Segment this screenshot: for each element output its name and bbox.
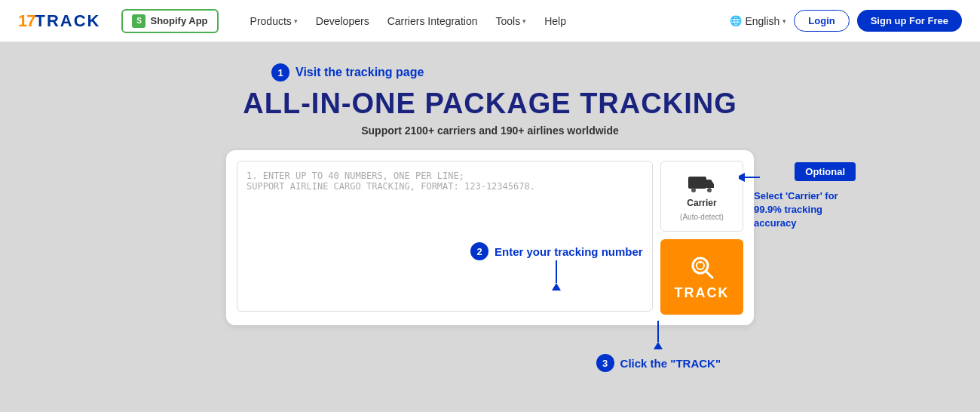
page-title: ALL-IN-ONE PACKAGE TRACKING [243, 88, 737, 120]
tracking-textarea-wrap: 1. ENTER UP TO 40 NUMBERS, ONE PER LINE;… [237, 161, 653, 315]
globe-icon: 🌐 [730, 15, 742, 26]
svg-point-1 [691, 188, 696, 192]
shopify-icon: S [132, 14, 145, 28]
login-button[interactable]: Login [794, 10, 849, 32]
nav-tools[interactable]: Tools ▾ [488, 11, 534, 32]
optional-arrow-icon [739, 171, 761, 183]
svg-rect-0 [688, 177, 706, 189]
logo-track: TRACK [35, 11, 100, 31]
language-selector[interactable]: 🌐 English ▾ [730, 15, 786, 27]
optional-badge: Optional [795, 162, 856, 181]
main-content: 1 Visit the tracking page ALL-IN-ONE PAC… [0, 42, 980, 393]
widget-container: 1. ENTER UP TO 40 NUMBERS, ONE PER LINE;… [226, 150, 754, 325]
carrier-button[interactable]: Carrier (Auto-detect) [660, 161, 743, 232]
content-container: 1 Visit the tracking page ALL-IN-ONE PAC… [226, 63, 754, 378]
signup-button[interactable]: Sign up For Free [857, 10, 962, 32]
nav-carriers[interactable]: Carriers Integration [380, 11, 485, 32]
carrier-label: Carrier [687, 198, 716, 208]
step3-arrow-head [654, 342, 663, 349]
track-button[interactable]: TRACK [660, 239, 743, 315]
header: 17 TRACK S Shopify App Products ▾ Develo… [0, 0, 980, 42]
logo-17: 17 [18, 11, 35, 31]
chevron-down-icon: ▾ [294, 17, 298, 25]
track-icon [688, 254, 715, 281]
step1-circle: 1 [271, 63, 289, 81]
svg-line-4 [706, 271, 712, 278]
tracking-widget: 1. ENTER UP TO 40 NUMBERS, ONE PER LINE;… [226, 150, 754, 325]
step3-circle: 3 [596, 354, 614, 372]
nav-products[interactable]: Products ▾ [243, 11, 305, 32]
shopify-btn-label: Shopify App [150, 15, 207, 26]
step3-annotation: 3 Click the "TRACK" [596, 321, 721, 372]
step3-text: 3 Click the "TRACK" [596, 354, 721, 372]
arrow-up [552, 283, 561, 291]
chevron-down-icon: ▾ [522, 17, 526, 25]
nav-help[interactable]: Help [537, 11, 574, 32]
step1-label: 1 Visit the tracking page [271, 63, 424, 81]
optional-description: Select 'Carrier' for 99.9% tracking accu… [754, 189, 867, 231]
main-nav: Products ▾ Developers Carriers Integrati… [243, 11, 574, 32]
svg-point-2 [707, 188, 712, 192]
truck-icon [688, 172, 715, 193]
logo[interactable]: 17 TRACK [18, 11, 100, 31]
step2-annotation: 2 Enter your tracking number [470, 242, 643, 291]
nav-developers[interactable]: Developers [308, 11, 377, 32]
step2-text: 2 Enter your tracking number [470, 242, 643, 260]
chevron-down-icon: ▾ [782, 17, 786, 25]
shopify-app-button[interactable]: S Shopify App [121, 9, 218, 33]
step3-arrow-line [657, 321, 659, 342]
step1-text: Visit the tracking page [296, 66, 424, 79]
step2-circle: 2 [470, 242, 488, 260]
header-right: 🌐 English ▾ Login Sign up For Free [730, 10, 962, 32]
tracking-right: Carrier (Auto-detect) TRACK [660, 161, 743, 315]
page-subtitle: Support 2100+ carriers and 190+ airlines… [361, 125, 619, 137]
arrow-line-up [556, 260, 557, 283]
carrier-sublabel: (Auto-detect) [680, 213, 724, 221]
